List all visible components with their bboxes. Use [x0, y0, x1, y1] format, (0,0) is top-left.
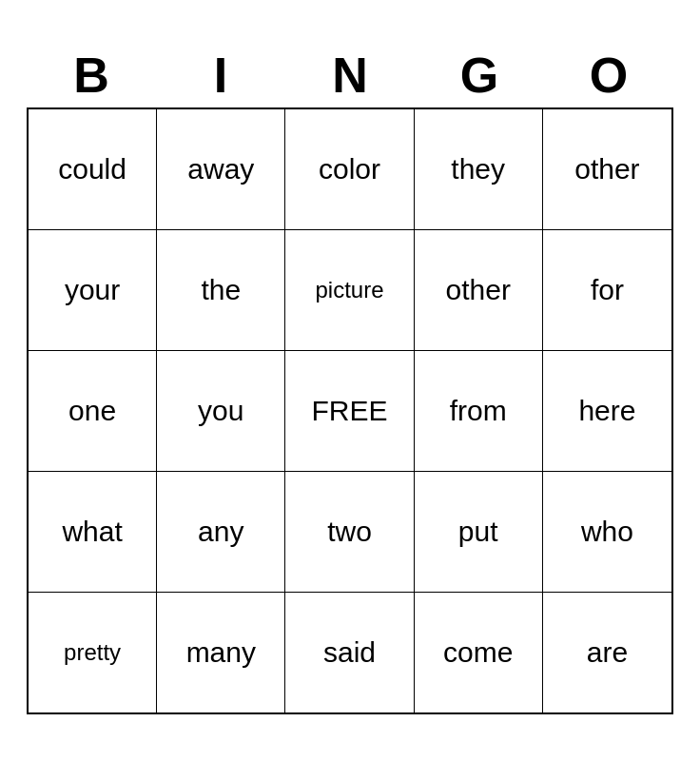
bingo-row-3: whatanytwoputwho — [29, 472, 671, 593]
bingo-cell-2-1[interactable]: you — [157, 351, 285, 471]
bingo-cell-2-3[interactable]: from — [415, 351, 543, 471]
bingo-cell-2-4[interactable]: here — [543, 351, 671, 471]
bingo-card: BINGO couldawaycolortheyotheryourthepict… — [27, 47, 673, 714]
bingo-row-4: prettymanysaidcomeare — [29, 593, 671, 712]
bingo-cell-2-2[interactable]: FREE — [285, 351, 414, 471]
bingo-cell-4-1[interactable]: many — [157, 593, 285, 712]
header-letter-o: O — [544, 47, 673, 104]
bingo-cell-4-0[interactable]: pretty — [29, 593, 157, 712]
bingo-cell-3-3[interactable]: put — [415, 472, 543, 592]
bingo-cell-1-3[interactable]: other — [415, 230, 543, 350]
bingo-cell-0-0[interactable]: could — [29, 109, 157, 229]
header-letter-n: N — [285, 47, 415, 104]
bingo-cell-0-4[interactable]: other — [543, 109, 671, 229]
header-letter-g: G — [415, 47, 544, 104]
bingo-row-0: couldawaycolortheyother — [29, 109, 671, 230]
bingo-cell-3-0[interactable]: what — [29, 472, 157, 592]
bingo-cell-2-0[interactable]: one — [29, 351, 157, 471]
bingo-cell-1-4[interactable]: for — [543, 230, 671, 350]
bingo-cell-4-4[interactable]: are — [543, 593, 671, 712]
header-letter-b: B — [27, 47, 156, 104]
bingo-grid: couldawaycolortheyotheryourthepictureoth… — [27, 107, 673, 714]
bingo-cell-3-2[interactable]: two — [285, 472, 414, 592]
bingo-row-1: yourthepictureotherfor — [29, 230, 671, 351]
bingo-cell-1-1[interactable]: the — [157, 230, 285, 350]
bingo-cell-4-2[interactable]: said — [285, 593, 414, 712]
bingo-cell-1-2[interactable]: picture — [285, 230, 414, 350]
bingo-cell-0-3[interactable]: they — [415, 109, 543, 229]
bingo-row-2: oneyouFREEfromhere — [29, 351, 671, 472]
bingo-cell-3-4[interactable]: who — [543, 472, 671, 592]
bingo-cell-3-1[interactable]: any — [157, 472, 285, 592]
bingo-cell-0-1[interactable]: away — [157, 109, 285, 229]
bingo-cell-1-0[interactable]: your — [29, 230, 157, 350]
header-letter-i: I — [156, 47, 285, 104]
bingo-header: BINGO — [27, 47, 673, 104]
bingo-cell-0-2[interactable]: color — [285, 109, 414, 229]
bingo-cell-4-3[interactable]: come — [415, 593, 543, 712]
